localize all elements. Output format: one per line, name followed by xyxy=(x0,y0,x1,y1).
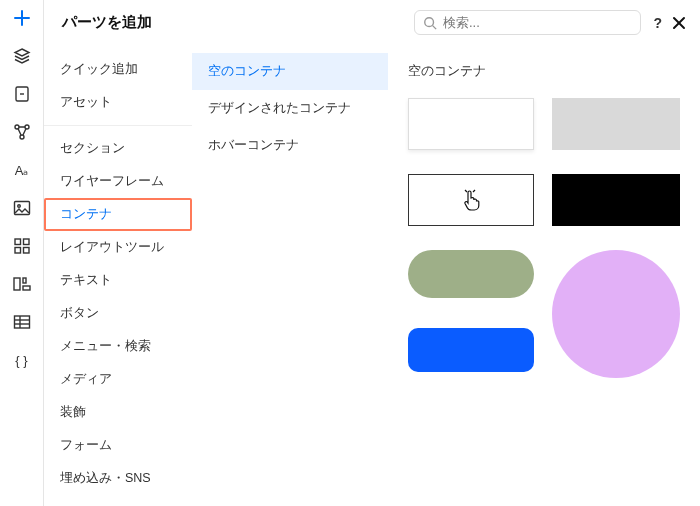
container-preset-outline-box[interactable] xyxy=(408,174,534,226)
category-wireframe[interactable]: ワイヤーフレーム xyxy=(44,165,192,198)
add-panel: パーツを追加 ? クイック追加 アセット セクション ワイヤーフレーム コンテナ… xyxy=(44,0,700,506)
svg-rect-14 xyxy=(14,316,29,328)
category-button[interactable]: ボタン xyxy=(44,297,192,330)
container-preset-purple-circle[interactable] xyxy=(552,250,680,378)
svg-rect-9 xyxy=(15,248,21,254)
category-section[interactable]: セクション xyxy=(44,125,192,165)
panel-title: パーツを追加 xyxy=(62,13,402,32)
search-input-wrap[interactable] xyxy=(414,10,641,35)
svg-rect-11 xyxy=(14,278,20,290)
svg-rect-12 xyxy=(23,278,26,283)
subcategory-designed-container[interactable]: デザインされたコンテナ xyxy=(192,90,388,127)
component-icon[interactable] xyxy=(12,274,32,294)
header-actions: ? xyxy=(653,15,686,31)
svg-point-18 xyxy=(425,17,434,26)
grid-icon[interactable] xyxy=(12,236,32,256)
svg-rect-7 xyxy=(15,239,21,245)
category-quick-add[interactable]: クイック追加 xyxy=(44,53,192,86)
table-icon[interactable] xyxy=(12,312,32,332)
plus-icon[interactable] xyxy=(12,8,32,28)
search-input[interactable] xyxy=(443,15,632,30)
panel-header: パーツを追加 ? xyxy=(44,0,700,45)
subcategory-list: 空のコンテナ デザインされたコンテナ ホバーコンテナ xyxy=(192,45,388,506)
container-preset-white-box[interactable] xyxy=(408,98,534,150)
code-icon[interactable]: { } xyxy=(12,350,32,370)
svg-point-6 xyxy=(17,205,20,208)
preview-grid xyxy=(408,98,680,378)
subcategory-empty-container[interactable]: 空のコンテナ xyxy=(192,53,388,90)
search-icon xyxy=(423,16,437,30)
category-assets[interactable]: アセット xyxy=(44,86,192,119)
category-media[interactable]: メディア xyxy=(44,363,192,396)
container-preset-gray-box[interactable] xyxy=(552,98,680,150)
icon-rail: Aₐ { } xyxy=(0,0,44,506)
svg-rect-8 xyxy=(23,239,29,245)
category-list: クイック追加 アセット セクション ワイヤーフレーム コンテナ レイアウトツール… xyxy=(44,45,192,506)
container-preset-blue-rounded[interactable] xyxy=(408,328,534,372)
category-menu-search[interactable]: メニュー・検索 xyxy=(44,330,192,363)
category-text[interactable]: テキスト xyxy=(44,264,192,297)
subcategory-hover-container[interactable]: ホバーコンテナ xyxy=(192,127,388,164)
close-button[interactable] xyxy=(672,16,686,30)
category-decoration[interactable]: 装飾 xyxy=(44,396,192,429)
svg-line-22 xyxy=(465,190,467,192)
category-embed-sns[interactable]: 埋め込み・SNS xyxy=(44,462,192,495)
category-container[interactable]: コンテナ xyxy=(44,198,192,231)
preview-pane: 空のコンテナ xyxy=(388,45,700,506)
preview-title: 空のコンテナ xyxy=(408,53,680,98)
image-icon[interactable] xyxy=(12,198,32,218)
layers-icon[interactable] xyxy=(12,46,32,66)
svg-point-4 xyxy=(20,135,24,139)
category-layout-tools[interactable]: レイアウトツール xyxy=(44,231,192,264)
container-preset-black-box[interactable] xyxy=(552,174,680,226)
svg-line-24 xyxy=(473,190,475,192)
panel-body: クイック追加 アセット セクション ワイヤーフレーム コンテナ レイアウトツール… xyxy=(44,45,700,506)
svg-rect-10 xyxy=(23,248,29,254)
text-icon[interactable]: Aₐ xyxy=(12,160,32,180)
cursor-hand-icon xyxy=(460,188,482,212)
category-form[interactable]: フォーム xyxy=(44,429,192,462)
help-button[interactable]: ? xyxy=(653,15,662,31)
svg-rect-13 xyxy=(23,286,30,290)
svg-line-19 xyxy=(433,25,437,29)
container-preset-green-pill[interactable] xyxy=(408,250,534,298)
connect-icon[interactable] xyxy=(12,122,32,142)
page-icon[interactable] xyxy=(12,84,32,104)
